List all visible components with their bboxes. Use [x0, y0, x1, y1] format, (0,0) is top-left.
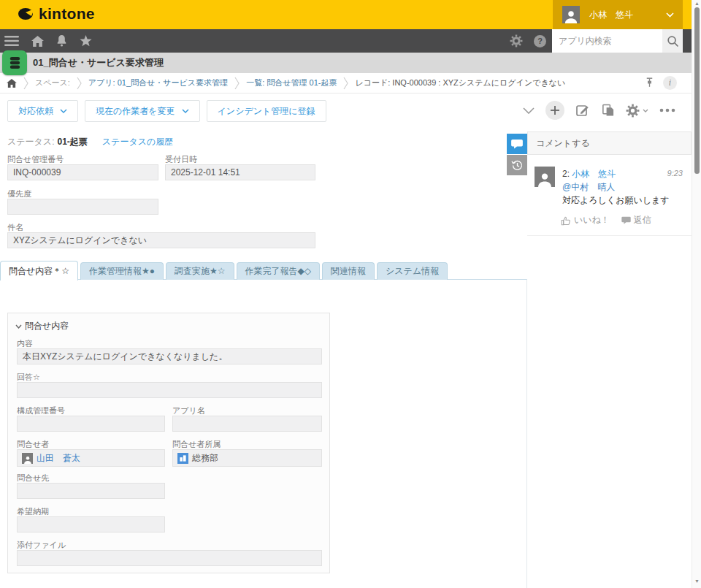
top-header-bar: kintone 小林 悠斗: [0, 0, 692, 29]
collapse-header-chevron-icon[interactable]: [523, 107, 535, 114]
chevron-down-icon: [60, 109, 67, 113]
thumbs-up-icon: [561, 215, 571, 226]
comment-timestamp: 9:23: [667, 169, 683, 177]
notifications-bell-icon[interactable]: [56, 35, 67, 47]
comment-item: 2:小林 悠斗 9:23 @中村 晴人 対応よろしくお願いします いいね！ 返信: [527, 162, 692, 236]
reply-label: 返信: [634, 214, 651, 226]
tab-investigation[interactable]: 調査実施★☆: [166, 262, 234, 280]
app-title: 01_問合せ・サービス要求管理: [33, 53, 164, 73]
user-avatar: [562, 6, 580, 23]
record-settings-control[interactable]: [626, 104, 648, 118]
more-options-icon[interactable]: [659, 108, 675, 112]
status-value: 01-起票: [57, 137, 87, 147]
field-label-config-no: 構成管理番号: [17, 405, 65, 416]
page-scrollbar[interactable]: ▲ ▼: [692, 0, 701, 588]
tab-work-management[interactable]: 作業管理情報★●: [80, 262, 164, 280]
user-menu[interactable]: 小林 悠斗: [553, 0, 683, 29]
field-value-inquiry-no: INQ-000039: [7, 164, 158, 180]
breadcrumb-separator-icon: [77, 77, 82, 90]
organization-icon: [177, 453, 188, 464]
breadcrumb-separator-icon: [343, 77, 348, 90]
comment-mention-link[interactable]: @中村 晴人: [562, 181, 615, 194]
home-icon[interactable]: [31, 36, 44, 47]
kintone-logo[interactable]: kintone: [18, 5, 95, 23]
breadcrumb-home-icon[interactable]: [7, 79, 17, 88]
field-label-priority: 優先度: [7, 188, 31, 199]
process-action-buttons: 対応依頼 現在の作業者を変更 インシデント管理に登録: [7, 100, 326, 122]
help-icon[interactable]: ?: [534, 35, 546, 47]
field-label-app-name: アプリ名: [172, 405, 205, 416]
scrollbar-thumb[interactable]: [694, 7, 700, 174]
status-row: ステータス:01-起票ステータスの履歴: [7, 136, 173, 148]
record-icon-actions: [523, 101, 679, 120]
inquiry-content-group: 問合せ内容 内容 本日XYZシステムにログインできなくなりました。 回答☆ 構成…: [7, 313, 330, 573]
add-record-button[interactable]: [545, 101, 564, 120]
change-assignee-button[interactable]: 現在の作業者を変更: [85, 100, 200, 122]
user-name: 小林 悠斗: [589, 9, 666, 21]
comment-body: 対応よろしくお願いします: [562, 194, 670, 207]
record-toolbar: 対応依頼 現在の作業者を変更 インシデント管理に登録: [0, 97, 692, 125]
app-database-icon[interactable]: [2, 50, 27, 75]
favorites-star-icon[interactable]: [80, 35, 92, 47]
scrollbar-up-arrow-icon[interactable]: ▲: [692, 1, 701, 6]
breadcrumb-view-link[interactable]: 一覧: 問合せ管理 01-起票: [246, 77, 337, 88]
comment-actions: いいね！ 返信: [561, 214, 651, 226]
nav-right-icons: ?: [510, 29, 546, 53]
gear-icon: [626, 104, 640, 118]
nav-left-icons: [4, 29, 92, 53]
field-label-due-date: 希望納期: [17, 506, 49, 517]
comment-author-link[interactable]: 小林 悠斗: [572, 169, 616, 179]
field-label-subject: 件名: [7, 222, 23, 233]
field-value-requester-org: 総務部: [172, 449, 322, 467]
tab-related-info[interactable]: 関連情報: [322, 262, 375, 280]
field-label-content: 内容: [17, 338, 33, 349]
kintone-record-page: kintone 小林 悠斗: [0, 0, 701, 588]
register-incident-button[interactable]: インシデント管理に登録: [207, 100, 326, 122]
comment-composer[interactable]: コメントする: [527, 131, 692, 155]
field-value-answer: [17, 382, 322, 398]
field-label-received-at: 受付日時: [165, 154, 197, 165]
search-input[interactable]: [552, 29, 662, 53]
scrollbar-down-arrow-icon[interactable]: ▼: [692, 579, 701, 584]
process-action-button-taio-irai[interactable]: 対応依頼: [7, 100, 78, 122]
history-tab-clock-icon[interactable]: [507, 155, 527, 175]
button-label: インシデント管理に登録: [218, 105, 315, 118]
comments-tab-bubble-icon[interactable]: [507, 134, 527, 154]
menu-icon[interactable]: [4, 36, 19, 46]
group-collapse-toggle[interactable]: 問合せ内容: [15, 320, 69, 332]
comment-header: 2:小林 悠斗: [562, 168, 616, 180]
field-value-subject: XYZシステムにログインできない: [7, 232, 315, 248]
edit-record-icon[interactable]: [575, 103, 590, 118]
field-label-attachment: 添付ファイル: [17, 540, 66, 551]
reply-button[interactable]: 返信: [621, 214, 651, 226]
button-label: 現在の作業者を変更: [96, 105, 175, 118]
like-button[interactable]: いいね！: [561, 214, 610, 226]
tab-system-info[interactable]: システム情報: [377, 262, 448, 280]
pin-icon[interactable]: [644, 77, 655, 88]
field-value-content: 本日XYZシステムにログインできなくなりました。: [17, 348, 322, 364]
breadcrumb-app-link[interactable]: アプリ: 01_問合せ・サービス要求管理: [88, 77, 228, 88]
field-value-received-at: 2025-12-01 14:51: [165, 164, 315, 180]
breadcrumb-space[interactable]: スペース:: [35, 77, 70, 88]
reply-bubble-icon: [621, 216, 631, 224]
tab-inquiry-content[interactable]: 問合せ内容＊☆: [0, 261, 78, 280]
comment-author-avatar[interactable]: [535, 167, 555, 187]
breadcrumb-separator-icon: [23, 77, 28, 90]
tab-completion-report[interactable]: 作業完了報告◆◇: [237, 262, 320, 280]
breadcrumb-record: レコード: INQ-000039 : XYZシステムにログインできない: [355, 77, 565, 88]
chevron-down-icon: [15, 324, 22, 329]
field-value-contact: [17, 483, 165, 499]
record-info-icon[interactable]: i: [663, 76, 677, 90]
app-search[interactable]: [552, 29, 662, 53]
kintone-logo-text: kintone: [39, 5, 95, 23]
field-label-requester: 問合せ者: [17, 439, 49, 450]
requester-user-link[interactable]: 山田 蒼太: [37, 452, 80, 465]
field-label-inquiry-no: 問合せ管理番号: [7, 154, 64, 165]
form-tabs: 問合せ内容＊☆ 作業管理情報★● 調査実施★☆ 作業完了報告◆◇ 関連情報 シス…: [0, 261, 450, 280]
system-settings-gear-icon[interactable]: [510, 34, 523, 47]
record-header-fields: ステータス:01-起票ステータスの履歴 問合せ管理番号 INQ-000039 受…: [0, 131, 527, 261]
group-title: 問合せ内容: [25, 320, 69, 332]
copy-record-icon[interactable]: [601, 103, 615, 118]
status-history-link[interactable]: ステータスの履歴: [102, 137, 173, 147]
search-button[interactable]: [662, 29, 683, 53]
